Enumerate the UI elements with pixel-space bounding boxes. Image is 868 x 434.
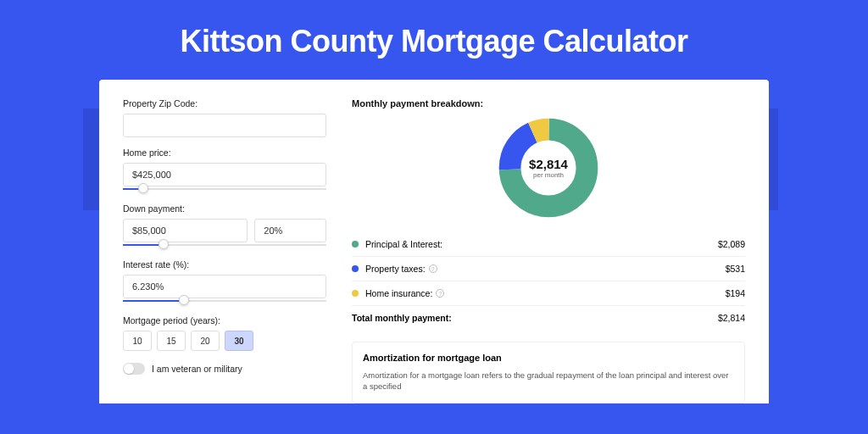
slider-fill xyxy=(123,300,184,302)
period-btn-10[interactable]: 10 xyxy=(123,331,152,351)
page-title: Kittson County Mortgage Calculator xyxy=(0,0,868,80)
interest-label: Interest rate (%): xyxy=(123,259,326,270)
down-payment-slider[interactable] xyxy=(123,241,326,249)
legend-label-text: Home insurance: xyxy=(365,288,432,298)
period-btn-20[interactable]: 20 xyxy=(191,331,220,351)
legend-dot xyxy=(352,241,359,248)
down-payment-label: Down payment: xyxy=(123,203,326,214)
legend-label: Principal & Interest: xyxy=(365,239,718,249)
donut-chart: $2,814 per month xyxy=(498,117,599,219)
zip-label: Property Zip Code: xyxy=(123,98,326,108)
home-price-input[interactable] xyxy=(123,163,326,186)
down-payment-field-group: Down payment: xyxy=(123,203,326,249)
legend-value: $194 xyxy=(726,288,745,298)
zip-input[interactable] xyxy=(123,114,326,137)
legend-label-text: Principal & Interest: xyxy=(365,239,442,249)
home-price-label: Home price: xyxy=(123,147,326,158)
donut-amount: $2,814 xyxy=(529,157,568,171)
legend-label: Home insurance: ? xyxy=(365,288,726,298)
donut-sub: per month xyxy=(529,171,568,179)
calculator-card: Property Zip Code: Home price: Down paym… xyxy=(99,80,769,403)
veteran-toggle-row: I am veteran or military xyxy=(123,363,326,375)
form-column: Property Zip Code: Home price: Down paym… xyxy=(123,98,326,403)
zip-field-group: Property Zip Code: xyxy=(123,98,326,137)
breakdown-legend: Principal & Interest: $2,089 Property ta… xyxy=(352,232,745,330)
down-payment-pct-input[interactable] xyxy=(254,219,326,242)
interest-slider[interactable] xyxy=(123,297,326,305)
legend-label-text: Property taxes: xyxy=(365,264,426,274)
legend-dot xyxy=(352,265,359,272)
breakdown-column: Monthly payment breakdown: $2,814 per mo… xyxy=(352,98,745,403)
amortization-title: Amortization for mortgage loan xyxy=(363,353,734,363)
legend-row-principal: Principal & Interest: $2,089 xyxy=(352,232,745,257)
slider-fill xyxy=(123,244,164,246)
legend-row-total: Total monthly payment: $2,814 xyxy=(352,306,745,330)
legend-dot xyxy=(352,290,359,297)
interest-input[interactable] xyxy=(123,275,326,298)
slider-thumb[interactable] xyxy=(138,183,148,193)
home-price-field-group: Home price: xyxy=(123,147,326,193)
period-btn-15[interactable]: 15 xyxy=(157,331,186,351)
toggle-knob xyxy=(124,364,134,374)
legend-row-insurance: Home insurance: ? $194 xyxy=(352,281,745,306)
legend-value: $531 xyxy=(726,264,745,274)
legend-row-taxes: Property taxes: ? $531 xyxy=(352,257,745,281)
breakdown-title: Monthly payment breakdown: xyxy=(352,98,745,108)
period-field-group: Mortgage period (years): 10 15 20 30 xyxy=(123,315,326,351)
info-icon[interactable]: ? xyxy=(436,289,444,298)
period-btn-30[interactable]: 30 xyxy=(225,331,253,351)
period-label: Mortgage period (years): xyxy=(123,315,326,326)
slider-track xyxy=(123,188,326,190)
amortization-card: Amortization for mortgage loan Amortizat… xyxy=(352,342,745,403)
veteran-label: I am veteran or military xyxy=(152,364,242,374)
legend-label: Property taxes: ? xyxy=(365,264,726,274)
slider-thumb[interactable] xyxy=(179,295,189,305)
veteran-toggle[interactable] xyxy=(123,363,145,375)
slider-thumb[interactable] xyxy=(159,239,169,249)
down-payment-input[interactable] xyxy=(123,219,248,242)
home-price-slider[interactable] xyxy=(123,185,326,193)
amortization-text: Amortization for a mortgage loan refers … xyxy=(363,370,734,392)
donut-chart-wrap: $2,814 per month xyxy=(352,117,745,219)
donut-center: $2,814 per month xyxy=(529,157,568,179)
info-icon[interactable]: ? xyxy=(429,264,437,273)
legend-value: $2,089 xyxy=(718,239,745,249)
period-options: 10 15 20 30 xyxy=(123,331,326,351)
legend-total-label: Total monthly payment: xyxy=(352,313,718,323)
interest-field-group: Interest rate (%): xyxy=(123,259,326,305)
legend-total-value: $2,814 xyxy=(718,313,745,323)
